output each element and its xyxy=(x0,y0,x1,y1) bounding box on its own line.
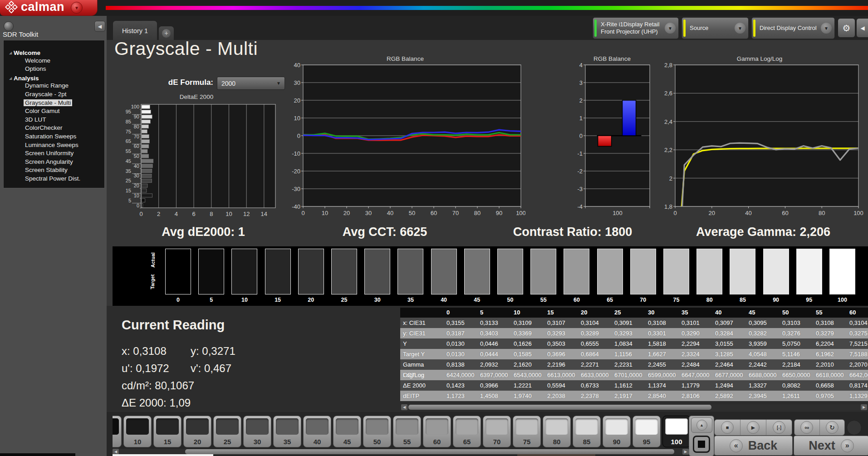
svg-text:10: 10 xyxy=(134,193,139,198)
sidebar-section-analysis[interactable]: ◢Analysis xyxy=(4,74,104,83)
table-cell: 0,3403 xyxy=(477,328,511,338)
calman-logo[interactable]: calman ▼ xyxy=(0,0,98,16)
sidebar-item-screen-stability[interactable]: Screen Stability xyxy=(4,167,104,175)
patch-card-80[interactable]: 80 xyxy=(543,416,571,447)
single-measure-button[interactable]: [-] xyxy=(766,420,792,435)
sidebar-item-3d-lut[interactable]: 3D LUT xyxy=(4,116,104,125)
patch-card-95[interactable]: 95 xyxy=(633,416,661,447)
patch-card-90[interactable]: 90 xyxy=(603,416,631,447)
sidebar-item-welcome[interactable]: Welcome xyxy=(4,57,104,66)
scroll-right-icon[interactable]: ▶ xyxy=(861,404,867,410)
patch-scrollbar-thumb[interactable] xyxy=(185,449,674,454)
de-formula-select[interactable]: 2000 ▼ xyxy=(217,77,285,90)
sidebar-item-color-gamut[interactable]: Color Gamut xyxy=(4,108,104,116)
stop-button[interactable]: ■ xyxy=(715,420,740,435)
svg-text:2,4: 2,4 xyxy=(664,118,672,125)
sidebar-item-dynamic-range[interactable]: Dynamic Range xyxy=(4,82,104,91)
scroll-right-icon[interactable]: ▶ xyxy=(682,449,689,455)
collapse-sidebar-button[interactable]: ◀ xyxy=(94,21,105,32)
patch-swatch xyxy=(156,418,179,435)
table-row-label: CCT xyxy=(400,370,444,380)
table-cell: 0,3290 xyxy=(679,328,712,338)
swatch-level-label: 85 xyxy=(726,297,759,303)
patch-window-button[interactable] xyxy=(691,434,712,454)
app-menu-dropdown-icon[interactable]: ▼ xyxy=(71,2,83,14)
tree-expander-icon[interactable]: ◢ xyxy=(7,51,14,55)
svg-text:20: 20 xyxy=(294,97,300,104)
table-cell: 1,2221 xyxy=(511,380,544,391)
patch-card-5[interactable]: 5 xyxy=(113,416,122,447)
patch-card-85[interactable]: 85 xyxy=(573,416,601,447)
scroll-left-icon[interactable]: ◀ xyxy=(401,404,407,410)
table-scrollbar[interactable]: ◀ ▶ xyxy=(401,404,867,410)
refresh-button[interactable]: ↻ xyxy=(820,420,845,435)
table-cell: 0,3104 xyxy=(847,318,868,328)
patch-swatch xyxy=(113,418,119,435)
patch-card-75[interactable]: 75 xyxy=(513,416,541,447)
back-button[interactable]: « Back xyxy=(714,436,793,456)
swatch-actual xyxy=(697,249,722,274)
play-button[interactable]: ▶ xyxy=(740,420,766,435)
table-cell: 0,3187 xyxy=(444,328,477,338)
table-cell: 0,3091 xyxy=(612,318,645,328)
swatch-target xyxy=(299,274,324,294)
sidebar-item-luminance-sweeps[interactable]: Luminance Sweeps xyxy=(4,142,104,150)
transport-group-1: ■ ▶ [-] xyxy=(714,419,792,436)
tree-expander-icon[interactable]: ◢ xyxy=(7,76,14,80)
collapse-right-panel-button[interactable]: ◀ xyxy=(856,18,868,38)
patch-card-15[interactable]: 15 xyxy=(153,416,181,447)
svg-text:10: 10 xyxy=(322,210,328,216)
patch-card-55[interactable]: 55 xyxy=(393,416,421,447)
chevron-down-icon: ▼ xyxy=(821,23,832,34)
sidebar-item-saturation-sweeps[interactable]: Saturation Sweeps xyxy=(4,133,104,142)
sidebar-orb-button[interactable] xyxy=(4,21,14,31)
status-accent-bar xyxy=(753,20,755,37)
settings-button[interactable]: ⚙ xyxy=(838,18,855,38)
swatch-target xyxy=(730,274,755,294)
tab-history-1[interactable]: History 1 xyxy=(113,20,157,40)
grayscale-swatch-20 xyxy=(298,249,324,294)
patch-card-30[interactable]: 30 xyxy=(243,416,271,447)
sidebar-item-screen-angularity[interactable]: Screen Angularity xyxy=(4,158,104,167)
patch-card-10[interactable]: 10 xyxy=(123,416,152,447)
table-column-header: 20 xyxy=(578,308,612,318)
table-cell: 0,3109 xyxy=(511,318,544,328)
patch-card-35[interactable]: 35 xyxy=(273,416,301,447)
patch-card-25[interactable]: 25 xyxy=(213,416,241,447)
sidebar-section-welcome[interactable]: ◢Welcome xyxy=(4,49,104,57)
table-scrollbar-thumb[interactable] xyxy=(408,405,711,410)
sidebar-item-grayscale-multi[interactable]: Grayscale - Multi xyxy=(4,99,104,108)
patch-card-100[interactable]: 100 xyxy=(662,416,690,447)
svg-text:40: 40 xyxy=(387,210,393,216)
sidebar-item-colorchecker[interactable]: ColorChecker xyxy=(4,124,104,133)
patch-card-70[interactable]: 70 xyxy=(483,416,511,447)
patch-card-65[interactable]: 65 xyxy=(453,416,481,447)
device-dropdown-3[interactable]: Direct Display Control▼ xyxy=(751,17,835,39)
sidebar: ◀ SDR Toolkit ◢WelcomeWelcomeOptions◢Ana… xyxy=(0,16,107,456)
patch-card-20[interactable]: 20 xyxy=(183,416,211,447)
patch-card-40[interactable]: 40 xyxy=(303,416,331,447)
sidebar-item-grayscale-2pt[interactable]: Grayscale - 2pt xyxy=(4,91,104,99)
inactive-round-button[interactable] xyxy=(847,420,862,435)
swatch-level-label: 15 xyxy=(261,297,294,303)
swatch-actual xyxy=(199,249,224,274)
sidebar-item-screen-uniformity[interactable]: Screen Uniformity xyxy=(4,150,104,158)
table-cell: 0,0444 xyxy=(477,349,511,359)
sidebar-item-spectral-power-dist-[interactable]: Spectral Power Dist. xyxy=(4,175,104,184)
patch-card-60[interactable]: 60 xyxy=(423,416,451,447)
table-cell: 0,8174 xyxy=(847,380,868,391)
patch-card-label: 5 xyxy=(113,438,121,446)
device-dropdown-1[interactable]: X-Rite i1Display RetailFront Projector (… xyxy=(593,17,679,39)
sidebar-item-options[interactable]: Options xyxy=(4,65,104,74)
table-column-header: 55 xyxy=(813,308,847,318)
table-row: Y0,01300,04460,16260,35030,65551,08341,5… xyxy=(400,338,868,349)
patch-card-label: 20 xyxy=(184,438,211,446)
svg-text:0: 0 xyxy=(139,211,142,217)
patch-card-45[interactable]: 45 xyxy=(333,416,361,447)
expand-patch-panel-button[interactable]: ▲ xyxy=(691,417,712,433)
next-button[interactable]: Next » xyxy=(794,436,868,456)
table-column-header: 35 xyxy=(679,308,712,318)
device-dropdown-2[interactable]: Source▼ xyxy=(682,17,749,39)
patch-card-50[interactable]: 50 xyxy=(363,416,391,447)
continuous-measure-button[interactable]: ∞ xyxy=(794,420,820,435)
